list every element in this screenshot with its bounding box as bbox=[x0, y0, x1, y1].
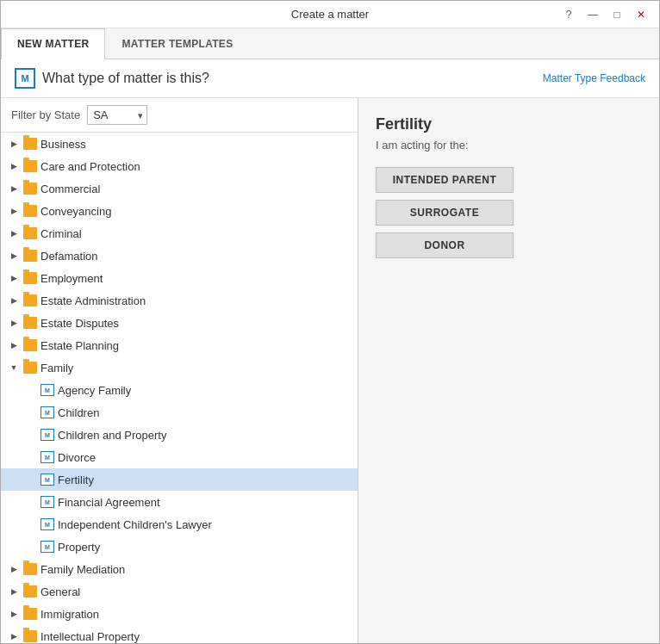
minimize-button[interactable]: — bbox=[582, 6, 604, 23]
tree-item-care-protection[interactable]: ▶Care and Protection bbox=[1, 155, 358, 177]
tree-item-financial-agreement[interactable]: ▶MFinancial Agreement☆ bbox=[1, 491, 358, 513]
tab-new-matter[interactable]: NEW MATTER bbox=[1, 28, 105, 59]
chevron-icon: ▶ bbox=[8, 608, 20, 620]
tree-item-estate-disputes[interactable]: ▶Estate Disputes bbox=[1, 312, 358, 334]
matter-type-icon: M bbox=[40, 406, 54, 418]
action-btn-intended-parent[interactable]: INTENDED PARENT bbox=[376, 167, 514, 193]
folder-icon bbox=[23, 250, 37, 262]
item-label: Immigration bbox=[40, 608, 351, 621]
chevron-icon: ▶ bbox=[8, 160, 20, 172]
tab-matter-templates[interactable]: MATTER TEMPLATES bbox=[105, 28, 249, 59]
title-bar: Create a matter ? — □ ✕ bbox=[1, 1, 659, 28]
tree-item-independent-childrens-lawyer[interactable]: ▶MIndependent Children's Lawyer☆ bbox=[1, 513, 358, 536]
folder-icon bbox=[23, 227, 37, 239]
tree-item-criminal[interactable]: ▶Criminal bbox=[1, 222, 358, 245]
item-label: Children bbox=[58, 406, 335, 419]
matter-type-icon: M bbox=[40, 384, 54, 396]
window-controls: ? — □ ✕ bbox=[557, 6, 652, 23]
tree-item-property[interactable]: ▶MProperty☆ bbox=[1, 536, 358, 558]
matter-type-icon: M bbox=[40, 474, 54, 486]
matter-type-icon: M bbox=[40, 496, 54, 508]
chevron-icon: ▶ bbox=[8, 563, 20, 575]
left-panel: Filter by State SA NSW VIC QLD WA TAS NT… bbox=[1, 98, 358, 643]
tree-item-children[interactable]: ▶MChildren☆ bbox=[1, 401, 358, 424]
item-label: Defamation bbox=[40, 250, 351, 263]
tree-item-conveyancing[interactable]: ▶Conveyancing bbox=[1, 200, 358, 222]
item-label: Family bbox=[40, 362, 351, 375]
tree-item-estate-admin[interactable]: ▶Estate Administration bbox=[1, 289, 358, 312]
help-button[interactable]: ? bbox=[557, 6, 580, 23]
tree-item-estate-planning[interactable]: ▶Estate Planning bbox=[1, 334, 358, 356]
folder-icon bbox=[23, 272, 37, 284]
folder-icon bbox=[23, 160, 37, 172]
right-panel: Fertility I am acting for the: INTENDED … bbox=[358, 98, 659, 643]
item-label: Business bbox=[40, 138, 351, 151]
action-buttons: INTENDED PARENTSURROGATEDONOR bbox=[376, 167, 642, 265]
tree-item-family[interactable]: ▼Family bbox=[1, 356, 358, 379]
close-button[interactable]: ✕ bbox=[630, 6, 652, 23]
item-label: Criminal bbox=[40, 227, 351, 240]
action-btn-donor[interactable]: DONOR bbox=[376, 232, 514, 258]
chevron-icon: ▶ bbox=[8, 183, 20, 195]
tree-item-immigration[interactable]: ▶Immigration bbox=[1, 603, 358, 625]
folder-icon bbox=[23, 362, 37, 374]
matter-type-icon: M bbox=[40, 541, 54, 553]
tree-item-employment[interactable]: ▶Employment bbox=[1, 267, 358, 289]
matter-type-icon: M bbox=[40, 451, 54, 463]
header-left: M What type of matter is this? bbox=[15, 68, 209, 89]
tree-item-general[interactable]: ▶General bbox=[1, 580, 358, 603]
item-label: Estate Administration bbox=[40, 294, 351, 307]
folder-icon bbox=[23, 138, 37, 150]
tree-item-fertility[interactable]: ▶MFertility☆ bbox=[1, 468, 358, 491]
page-title: What type of matter is this? bbox=[42, 71, 209, 86]
tree-item-children-property[interactable]: ▶MChildren and Property☆ bbox=[1, 424, 358, 446]
chevron-icon: ▶ bbox=[8, 250, 20, 262]
feedback-link[interactable]: Matter Type Feedback bbox=[543, 72, 645, 84]
maximize-button[interactable]: □ bbox=[606, 6, 628, 23]
item-label: Care and Protection bbox=[40, 160, 351, 173]
item-label: Fertility bbox=[58, 474, 335, 486]
tree-item-intellectual-property[interactable]: ▶Intellectual Property bbox=[1, 625, 358, 643]
action-btn-surrogate[interactable]: SURROGATE bbox=[376, 200, 514, 226]
tree-list: ▶Business▶Care and Protection▶Commercial… bbox=[1, 133, 358, 643]
folder-icon bbox=[23, 205, 37, 217]
item-label: Family Mediation bbox=[40, 563, 351, 576]
item-label: Independent Children's Lawyer bbox=[58, 518, 335, 531]
chevron-icon: ▼ bbox=[8, 362, 20, 374]
tree-item-commercial[interactable]: ▶Commercial bbox=[1, 177, 358, 200]
tree-item-family-mediation[interactable]: ▶Family Mediation bbox=[1, 558, 358, 580]
chevron-icon: ▶ bbox=[8, 227, 20, 239]
detail-title: Fertility bbox=[376, 115, 642, 133]
folder-icon bbox=[23, 317, 37, 329]
tree-item-business[interactable]: ▶Business bbox=[1, 133, 358, 155]
folder-icon bbox=[23, 608, 37, 620]
chevron-icon: ▶ bbox=[8, 339, 20, 351]
folder-icon bbox=[23, 339, 37, 351]
folder-icon bbox=[23, 183, 37, 195]
item-label: Estate Planning bbox=[40, 339, 351, 352]
filter-bar: Filter by State SA NSW VIC QLD WA TAS NT… bbox=[1, 98, 358, 133]
tree-item-agency-family[interactable]: ▶MAgency Family☆ bbox=[1, 379, 358, 401]
item-label: Estate Disputes bbox=[40, 317, 351, 330]
item-label: Financial Agreement bbox=[58, 496, 335, 509]
chevron-icon: ▶ bbox=[8, 317, 20, 329]
item-label: Agency Family bbox=[58, 384, 335, 397]
item-label: Commercial bbox=[40, 183, 351, 195]
folder-icon bbox=[23, 294, 37, 307]
folder-icon bbox=[23, 630, 37, 642]
state-select[interactable]: SA NSW VIC QLD WA TAS NT ACT bbox=[87, 105, 147, 125]
tree-item-divorce[interactable]: ▶MDivorce☆ bbox=[1, 446, 358, 468]
tree-item-defamation[interactable]: ▶Defamation bbox=[1, 245, 358, 267]
filter-label: Filter by State bbox=[11, 108, 80, 121]
matter-type-icon: M bbox=[40, 518, 54, 530]
header-bar: M What type of matter is this? Matter Ty… bbox=[1, 59, 659, 98]
item-label: Property bbox=[58, 541, 335, 554]
chevron-icon: ▶ bbox=[8, 630, 20, 642]
state-select-wrapper[interactable]: SA NSW VIC QLD WA TAS NT ACT bbox=[87, 105, 147, 125]
chevron-icon: ▶ bbox=[8, 205, 20, 217]
matter-icon: M bbox=[15, 68, 35, 89]
item-label: Children and Property bbox=[58, 429, 335, 442]
main-window: Create a matter ? — □ ✕ NEW MATTER MATTE… bbox=[0, 0, 660, 644]
folder-icon bbox=[23, 585, 37, 598]
folder-icon bbox=[23, 563, 37, 575]
